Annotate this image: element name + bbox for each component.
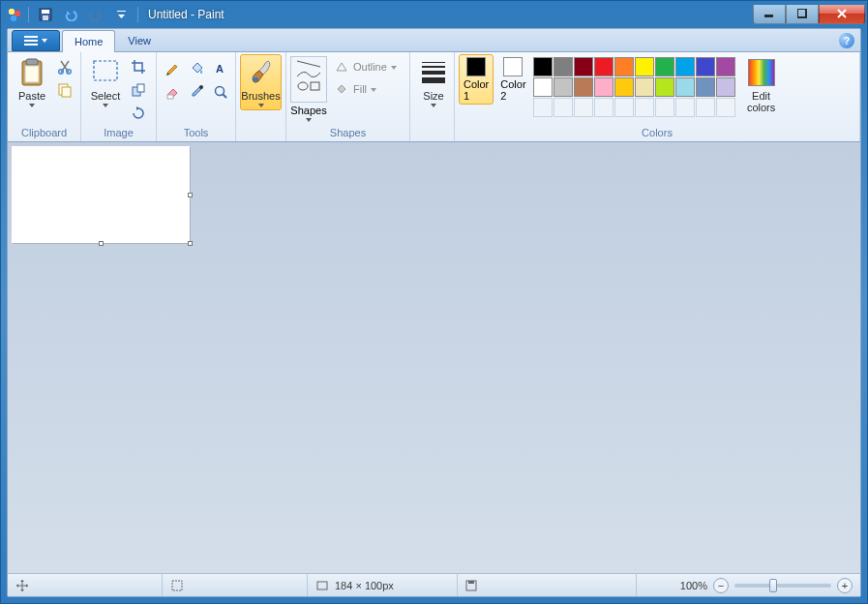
palette-color[interactable] bbox=[716, 57, 735, 76]
color1-swatch bbox=[466, 57, 486, 76]
svg-rect-26 bbox=[468, 581, 474, 584]
brushes-button[interactable]: Brushes bbox=[240, 54, 282, 110]
svg-rect-1 bbox=[42, 10, 49, 14]
chevron-down-icon bbox=[258, 104, 264, 107]
fill-button[interactable]: Fill bbox=[329, 78, 402, 100]
palette-color[interactable] bbox=[533, 77, 553, 97]
palette-empty[interactable] bbox=[696, 98, 715, 117]
canvas[interactable] bbox=[12, 146, 190, 243]
palette-color[interactable] bbox=[594, 77, 614, 97]
zoom-out-button[interactable]: − bbox=[713, 578, 729, 593]
zoom-thumb[interactable] bbox=[769, 579, 777, 592]
magnifier-tool[interactable] bbox=[209, 80, 232, 104]
chevron-down-icon bbox=[42, 39, 47, 43]
canvas-area[interactable] bbox=[8, 142, 860, 573]
select-button[interactable]: Select bbox=[85, 54, 126, 110]
eyedropper-tool[interactable] bbox=[185, 80, 208, 104]
svg-rect-3 bbox=[117, 11, 126, 12]
zoom-in-button[interactable]: + bbox=[837, 578, 853, 593]
size-button[interactable]: Size bbox=[414, 54, 453, 110]
eraser-tool[interactable] bbox=[161, 80, 184, 104]
text-tool[interactable]: A bbox=[209, 56, 232, 79]
status-canvas-size: 184 × 100px bbox=[308, 574, 458, 596]
status-cursor-pos bbox=[8, 574, 163, 596]
status-file-size bbox=[458, 574, 637, 596]
close-button[interactable] bbox=[819, 5, 865, 24]
palette-color[interactable] bbox=[696, 57, 715, 76]
undo-icon[interactable] bbox=[60, 4, 81, 25]
ribbon: Paste Clipboard Select bbox=[8, 52, 860, 142]
palette-color[interactable] bbox=[554, 57, 573, 76]
fill-tool[interactable] bbox=[185, 56, 208, 79]
palette-empty[interactable] bbox=[655, 98, 674, 117]
chevron-down-icon bbox=[431, 104, 436, 107]
palette-color[interactable] bbox=[655, 57, 674, 76]
group-tools: A Tools bbox=[157, 52, 236, 141]
palette-color[interactable] bbox=[635, 57, 654, 76]
group-colors: Color 1 Color 2 Edit colors Colors bbox=[455, 52, 860, 141]
palette-empty[interactable] bbox=[614, 98, 634, 117]
palette-color[interactable] bbox=[614, 57, 634, 76]
tab-view[interactable]: View bbox=[115, 29, 164, 51]
qat-customize-icon[interactable] bbox=[110, 4, 132, 25]
palette-color[interactable] bbox=[655, 77, 674, 97]
status-zoom: 100% − + bbox=[637, 574, 860, 596]
color2-button[interactable]: Color 2 bbox=[495, 54, 530, 105]
resize-handle-s[interactable] bbox=[99, 241, 104, 246]
brush-icon bbox=[246, 57, 277, 88]
palette-empty[interactable] bbox=[716, 98, 735, 117]
palette-color[interactable] bbox=[554, 77, 573, 97]
palette-color[interactable] bbox=[533, 57, 553, 76]
color-palette bbox=[533, 54, 735, 117]
palette-color[interactable] bbox=[574, 57, 593, 76]
color1-button[interactable]: Color 1 bbox=[459, 54, 494, 105]
selection-size-icon bbox=[170, 579, 184, 592]
palette-color[interactable] bbox=[675, 77, 695, 97]
palette-color[interactable] bbox=[614, 77, 634, 97]
palette-empty[interactable] bbox=[533, 98, 553, 117]
palette-color[interactable] bbox=[574, 77, 593, 97]
cut-button[interactable] bbox=[54, 56, 75, 77]
chevron-down-icon bbox=[306, 118, 312, 122]
palette-color[interactable] bbox=[594, 57, 614, 76]
tab-home[interactable]: Home bbox=[62, 30, 115, 52]
svg-rect-4 bbox=[764, 15, 773, 17]
resize-handle-e[interactable] bbox=[188, 193, 193, 197]
copy-button[interactable] bbox=[54, 79, 75, 101]
svg-rect-17 bbox=[167, 95, 173, 99]
palette-color[interactable] bbox=[716, 77, 735, 97]
group-image: Select Image bbox=[81, 52, 157, 141]
redo-icon[interactable] bbox=[85, 4, 106, 25]
maximize-button[interactable] bbox=[786, 5, 819, 24]
shapes-gallery[interactable] bbox=[290, 56, 327, 103]
svg-rect-13 bbox=[94, 61, 117, 80]
resize-handle-se[interactable] bbox=[188, 241, 193, 246]
palette-empty[interactable] bbox=[635, 98, 654, 117]
minimize-button[interactable] bbox=[753, 5, 786, 24]
file-menu-button[interactable] bbox=[12, 30, 60, 51]
window-controls bbox=[753, 6, 865, 24]
help-icon[interactable]: ? bbox=[839, 33, 854, 48]
pencil-tool[interactable] bbox=[161, 56, 184, 79]
color2-swatch bbox=[503, 57, 523, 76]
resize-button[interactable] bbox=[128, 79, 149, 101]
edit-colors-button[interactable]: Edit colors bbox=[741, 54, 782, 116]
palette-empty[interactable] bbox=[574, 98, 593, 117]
palette-empty[interactable] bbox=[554, 98, 573, 117]
menu-icon bbox=[24, 36, 38, 45]
palette-color[interactable] bbox=[635, 77, 654, 97]
paste-button[interactable]: Paste bbox=[12, 54, 52, 110]
zoom-slider[interactable] bbox=[734, 584, 831, 588]
palette-empty[interactable] bbox=[594, 98, 614, 117]
svg-rect-7 bbox=[26, 59, 38, 65]
save-icon[interactable] bbox=[35, 4, 56, 25]
palette-empty[interactable] bbox=[675, 98, 695, 117]
outline-button[interactable]: Outline bbox=[329, 56, 402, 77]
window-title: Untitled - Paint bbox=[148, 8, 224, 21]
palette-color[interactable] bbox=[675, 57, 695, 76]
crop-button[interactable] bbox=[128, 56, 149, 77]
rotate-button[interactable] bbox=[128, 103, 149, 124]
chevron-down-icon bbox=[29, 104, 35, 107]
clipboard-icon bbox=[16, 57, 47, 88]
palette-color[interactable] bbox=[696, 77, 715, 97]
